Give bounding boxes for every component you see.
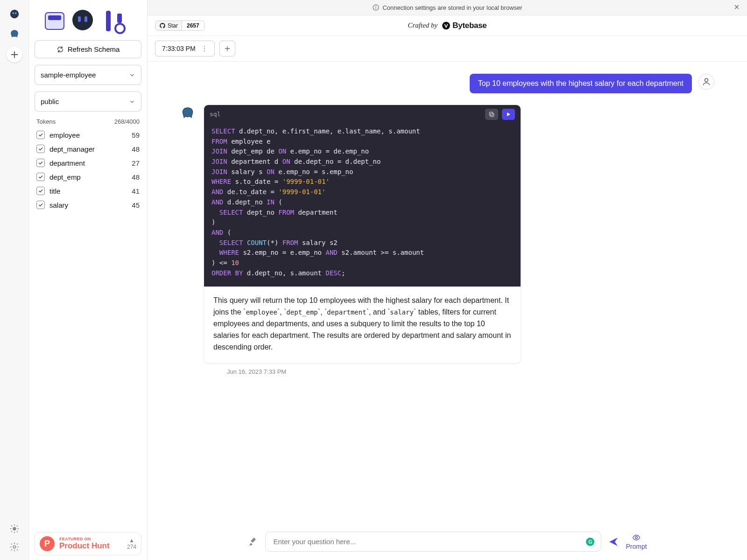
svg-point-24 [442,21,450,29]
app-avatar-2[interactable] [6,26,23,43]
svg-line-8 [11,525,12,526]
settings-icon[interactable] [9,542,20,553]
add-connection-button[interactable] [7,47,22,63]
svg-rect-27 [489,112,493,115]
message-input-wrap: G [265,532,601,552]
svg-line-10 [11,531,12,532]
eye-icon [631,533,642,542]
svg-point-28 [635,536,638,539]
user-avatar-icon [698,74,714,90]
topbar: Star 2657 Crafted by Bytebase [148,15,747,36]
product-hunt-badge[interactable]: P FEATURED ON Product Hunt ▲ 274 [35,532,141,555]
info-banner: Connection settings are stored in your l… [148,0,747,15]
product-hunt-icon: P [40,536,55,551]
svg-point-0 [10,10,18,18]
svg-line-11 [17,525,18,526]
sql-code: SELECT d.dept_no, e.first_name, e.last_n… [204,124,521,287]
tokens-row: Tokens 268/4000 [35,118,141,125]
chat-area: Top 10 employees with the highest salary… [148,62,747,560]
checkbox-icon[interactable] [36,201,45,209]
new-tab-button[interactable] [219,41,235,56]
svg-point-2 [14,12,16,14]
table-item[interactable]: salary45 [35,198,141,212]
grammarly-icon: G [586,538,594,546]
bytebase-logo[interactable]: Bytebase [441,21,486,30]
message-timestamp: Jun 16, 2023 7:33 PM [227,368,521,375]
crafted-by: Crafted by Bytebase [408,21,487,30]
refresh-icon [56,46,64,53]
send-button[interactable] [608,536,619,547]
close-banner-button[interactable] [733,3,740,12]
refresh-label: Refresh Schema [68,45,120,53]
info-icon [372,4,380,11]
svg-rect-13 [45,13,64,29]
upvote-count: ▲ 274 [127,537,136,550]
svg-point-3 [13,527,16,530]
github-icon [159,22,166,29]
tab-menu-icon[interactable]: ⋮ [201,45,208,52]
svg-rect-14 [48,15,61,20]
table-item[interactable]: title41 [35,184,141,198]
svg-point-19 [115,24,125,33]
assistant-card: sql SELECT d.dept_no, e.first_name, e.l [204,105,521,364]
checkbox-icon[interactable] [36,145,45,153]
svg-rect-18 [106,11,111,31]
main-area: Connection settings are stored in your l… [148,0,747,560]
database-select[interactable]: sample-employee [35,65,141,85]
svg-rect-17 [85,16,87,22]
svg-point-1 [12,12,14,14]
refresh-schema-button[interactable]: Refresh Schema [35,40,141,58]
table-item[interactable]: dept_emp48 [35,170,141,184]
copy-code-button[interactable] [485,109,498,120]
checkbox-icon[interactable] [36,131,45,139]
theme-toggle-icon[interactable] [9,524,20,535]
checkbox-icon[interactable] [36,187,45,195]
tabs-row: 7:33:03 PM ⋮ [148,36,747,62]
svg-rect-16 [78,16,81,22]
github-star-button[interactable]: Star 2657 [155,21,204,31]
run-code-button[interactable] [502,109,515,120]
svg-rect-20 [117,14,122,23]
table-item[interactable]: dept_manager48 [35,142,141,156]
clear-chat-button[interactable] [247,536,259,547]
conversation-tab[interactable]: 7:33:03 PM ⋮ [155,41,215,56]
code-block: sql SELECT d.dept_no, e.first_name, e.l [204,105,521,287]
checkbox-icon[interactable] [36,159,45,167]
sidebar: Refresh Schema sample-employee public To… [29,0,148,560]
user-message-row: Top 10 employees with the highest salary… [180,74,714,93]
schema-select[interactable]: public [35,91,141,112]
user-message: Top 10 employees with the highest salary… [470,74,692,93]
app-logo [40,6,136,36]
composer: G Prompt [148,532,747,552]
chevron-down-icon [129,72,135,78]
message-input[interactable] [273,538,578,546]
svg-point-23 [376,6,377,7]
app-avatar-1[interactable] [6,6,23,22]
svg-rect-26 [491,113,494,117]
svg-point-25 [705,78,708,82]
svg-line-9 [17,531,18,532]
table-list: employee59 dept_manager48 department27 d… [35,128,141,212]
left-rail [0,0,29,560]
chevron-down-icon [129,98,135,105]
svg-point-12 [13,546,16,548]
assistant-avatar-icon [180,106,196,122]
table-item[interactable]: department27 [35,156,141,170]
svg-point-15 [72,10,93,30]
code-language-label: sql [210,110,220,119]
assistant-explanation: This query will return the top 10 employ… [204,287,521,363]
table-item[interactable]: employee59 [35,128,141,142]
prompt-button[interactable]: Prompt [626,533,647,550]
assistant-message-row: sql SELECT d.dept_no, e.first_name, e.l [180,105,714,375]
checkbox-icon[interactable] [36,173,45,181]
